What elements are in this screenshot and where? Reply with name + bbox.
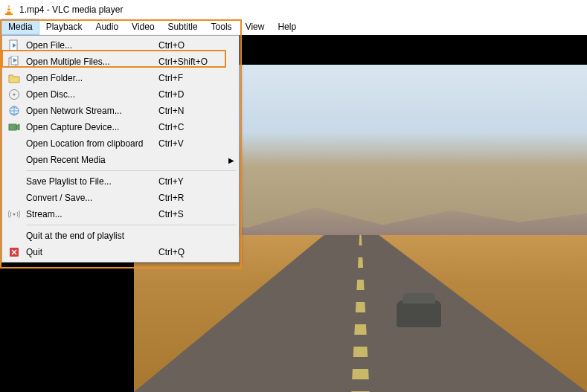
files-play-icon (4, 54, 25, 70)
svg-rect-3 (5, 13, 13, 15)
menu-item-open-multiple-files[interactable]: Open Multiple Files...Ctrl+Shift+O (4, 54, 237, 70)
capture-icon (4, 119, 25, 135)
stream-icon (4, 206, 25, 222)
menu-item-label: Quit (25, 247, 158, 257)
menu-item-label: Open Multiple Files... (25, 57, 158, 67)
menu-item-shortcut: Ctrl+N (158, 106, 225, 116)
blank-icon (4, 173, 25, 190)
menu-item-shortcut: Ctrl+Y (158, 176, 225, 187)
menu-item-label: Open File... (25, 40, 158, 51)
menu-item-shortcut: Ctrl+R (158, 193, 225, 203)
svg-marker-13 (16, 124, 19, 130)
menu-item-stream[interactable]: Stream...Ctrl+S (4, 206, 237, 222)
folder-icon (4, 70, 25, 86)
menu-subtitle[interactable]: Subtitle (161, 19, 205, 35)
menu-item-shortcut: Ctrl+D (158, 89, 225, 100)
menu-item-convert-save[interactable]: Convert / Save...Ctrl+R (4, 190, 237, 206)
svg-point-10 (13, 94, 16, 96)
menu-item-label: Open Disc... (25, 89, 158, 100)
menu-item-open-recent-media[interactable]: Open Recent Media▶ (4, 152, 237, 168)
menu-item-label: Open Location from clipboard (25, 138, 158, 149)
menu-playback[interactable]: Playback (39, 19, 89, 35)
svg-rect-1 (7, 7, 11, 9)
menu-item-open-capture-device[interactable]: Open Capture Device...Ctrl+C (4, 119, 237, 135)
menu-bar: Media Playback Audio Video Subtitle Tool… (0, 19, 587, 35)
svg-marker-0 (7, 4, 11, 13)
menu-media[interactable]: Media (1, 19, 39, 35)
blank-icon (4, 228, 25, 244)
menu-item-label: Open Recent Media (25, 155, 158, 165)
menu-item-shortcut: Ctrl+V (158, 138, 225, 149)
menu-item-shortcut: Ctrl+Shift+O (158, 57, 225, 67)
menu-item-label: Stream... (25, 209, 158, 219)
quit-icon (4, 244, 25, 260)
menu-item-open-file[interactable]: Open File...Ctrl+O (4, 37, 237, 54)
menu-item-label: Open Capture Device... (25, 122, 158, 132)
menu-separator (26, 225, 236, 225)
svg-rect-2 (7, 10, 12, 12)
menu-item-label: Save Playlist to File... (25, 176, 158, 187)
menu-tools[interactable]: Tools (205, 19, 239, 35)
disc-icon (4, 86, 25, 103)
menu-item-shortcut: Ctrl+S (158, 209, 225, 219)
menu-item-shortcut: Ctrl+F (158, 73, 225, 83)
menu-item-quit-at-the-end-of-playlist[interactable]: Quit at the end of playlist (4, 228, 237, 244)
file-play-icon (4, 37, 25, 54)
menu-item-shortcut: Ctrl+Q (158, 247, 225, 257)
menu-item-quit[interactable]: QuitCtrl+Q (4, 244, 237, 260)
menu-item-open-network-stream[interactable]: Open Network Stream...Ctrl+N (4, 103, 237, 119)
menu-item-shortcut: Ctrl+O (158, 40, 225, 51)
title-bar: 1.mp4 - VLC media player (0, 0, 587, 19)
svg-rect-12 (9, 124, 16, 130)
menu-item-label: Open Network Stream... (25, 106, 158, 116)
menu-item-label: Convert / Save... (25, 193, 158, 203)
menu-video[interactable]: Video (125, 19, 161, 35)
media-dropdown-menu: Open File...Ctrl+OOpen Multiple Files...… (1, 35, 240, 263)
menu-item-open-folder[interactable]: Open Folder...Ctrl+F (4, 70, 237, 86)
menu-item-label: Open Folder... (25, 73, 158, 83)
menu-item-label: Quit at the end of playlist (25, 231, 158, 241)
submenu-arrow-icon: ▶ (225, 156, 237, 164)
menu-item-save-playlist-to-file[interactable]: Save Playlist to File...Ctrl+Y (4, 173, 237, 190)
menu-view[interactable]: View (239, 19, 272, 35)
menu-separator (26, 170, 236, 171)
svg-point-14 (13, 213, 16, 216)
menu-help[interactable]: Help (271, 19, 303, 35)
menu-item-open-disc[interactable]: Open Disc...Ctrl+D (4, 86, 237, 103)
menu-item-shortcut: Ctrl+C (158, 122, 225, 132)
blank-icon (4, 135, 25, 152)
menu-item-open-location-from-clipboard[interactable]: Open Location from clipboardCtrl+V (4, 135, 237, 152)
window-title: 1.mp4 - VLC media player (19, 4, 123, 15)
blank-icon (4, 190, 25, 206)
blank-icon (4, 152, 25, 168)
vlc-cone-icon (3, 4, 15, 16)
menu-audio[interactable]: Audio (89, 19, 125, 35)
network-icon (4, 103, 25, 119)
